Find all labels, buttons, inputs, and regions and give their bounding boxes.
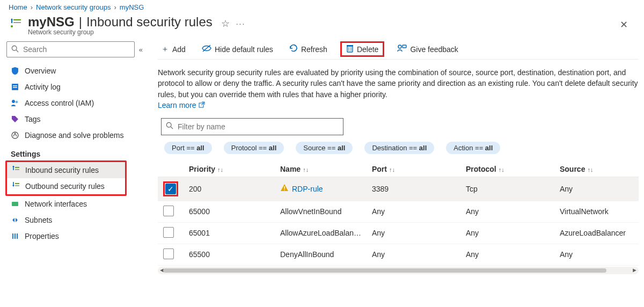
- toolbar-label: Refresh: [301, 45, 327, 54]
- filter-pill-action[interactable]: Action == all: [446, 142, 500, 154]
- breadcrumb: Home › Network security groups › myNSG: [0, 0, 644, 12]
- breadcrumb-level1[interactable]: Network security groups: [36, 3, 111, 11]
- scrollbar-thumb[interactable]: [163, 268, 606, 273]
- svg-rect-1: [13, 22, 21, 23]
- col-source[interactable]: Source↑↓: [554, 162, 639, 177]
- subnets-icon: [11, 216, 19, 224]
- refresh-button[interactable]: Refresh: [286, 42, 331, 56]
- svg-point-2: [11, 25, 13, 27]
- sidebar-item-activity-log[interactable]: Activity log: [6, 79, 143, 95]
- row-checkbox[interactable]: [163, 227, 174, 238]
- row-checkbox[interactable]: ✓: [165, 184, 176, 194]
- nic-icon: [11, 200, 19, 208]
- cell-priority: 65500: [184, 244, 275, 265]
- toolbar: ＋ Add Hide default rules Refresh Delete: [158, 41, 639, 60]
- page-title: myNSG | Inbound security rules: [28, 14, 213, 30]
- cell-priority: 65000: [184, 201, 275, 222]
- learn-more-link[interactable]: Learn more: [158, 101, 639, 109]
- resource-type-subtitle: Network security group: [28, 28, 213, 36]
- sidebar-item-label: Network interfaces: [25, 200, 87, 208]
- filter-pill-port[interactable]: Port == all: [164, 142, 212, 154]
- table-row[interactable]: 65001 AllowAzureLoadBalan… Any Any Azure…: [158, 222, 639, 244]
- horizontal-scrollbar[interactable]: ◄ ►: [158, 267, 639, 274]
- filter-pills: Port == all Protocol == all Source == al…: [158, 142, 639, 154]
- sidebar-item-network-interfaces[interactable]: Network interfaces: [6, 196, 143, 212]
- eye-hide-icon: [202, 45, 211, 54]
- row-checkbox[interactable]: [163, 248, 174, 259]
- sidebar-item-diagnose[interactable]: Diagnose and solve problems: [6, 127, 143, 143]
- main-content: ＋ Add Hide default rules Refresh Delete: [146, 41, 644, 295]
- more-actions-icon[interactable]: ···: [236, 19, 246, 28]
- sidebar-item-tags[interactable]: Tags: [6, 111, 143, 127]
- cell-protocol: Any: [460, 222, 554, 244]
- row-checkbox[interactable]: [163, 206, 174, 216]
- col-protocol[interactable]: Protocol↑↓: [460, 162, 554, 177]
- add-button[interactable]: ＋ Add: [158, 42, 189, 56]
- table-row[interactable]: 65500 DenyAllInBound Any Any Any: [158, 244, 639, 265]
- cell-port: Any: [367, 244, 460, 265]
- sort-arrows-icon: ↑↓: [303, 166, 309, 173]
- scroll-right-icon[interactable]: ►: [631, 267, 639, 273]
- svg-rect-7: [13, 87, 17, 88]
- filter-by-name-box[interactable]: [161, 118, 343, 135]
- hide-default-rules-button[interactable]: Hide default rules: [199, 42, 276, 56]
- sidebar-item-label: Subnets: [25, 216, 52, 224]
- toolbar-label: Hide default rules: [215, 45, 273, 54]
- sidebar-item-label: Activity log: [25, 83, 61, 91]
- sort-arrows-icon: ↑↓: [217, 166, 223, 173]
- rule-name-link[interactable]: RDP-rule: [280, 184, 323, 194]
- sidebar-item-access-control[interactable]: Access control (IAM): [6, 95, 143, 111]
- sidebar-search-box[interactable]: [6, 41, 135, 57]
- sidebar-item-properties[interactable]: Properties: [6, 228, 143, 244]
- cell-name: AllowAzureLoadBalan…: [275, 222, 367, 244]
- cell-protocol: Tcp: [460, 177, 554, 201]
- svg-rect-13: [15, 183, 19, 184]
- sidebar-item-inbound-rules[interactable]: Inbound security rules: [7, 162, 125, 178]
- col-name[interactable]: Name↑↓: [275, 162, 367, 177]
- svg-point-8: [12, 100, 15, 103]
- page-title-text: Inbound security rules: [86, 14, 213, 30]
- highlight-inbound-outbound: Inbound security rules Outbound security…: [5, 160, 127, 196]
- cell-priority: 200: [184, 177, 275, 201]
- svg-line-4: [16, 50, 18, 52]
- toolbar-label: Add: [172, 45, 186, 54]
- close-blade-button[interactable]: ✕: [612, 14, 635, 35]
- svg-rect-21: [347, 45, 353, 46]
- properties-icon: [11, 232, 19, 240]
- sidebar-search-input[interactable]: [22, 45, 130, 54]
- svg-rect-6: [13, 85, 17, 86]
- svg-rect-30: [284, 186, 285, 189]
- svg-line-27: [201, 102, 204, 105]
- breadcrumb-sep: ›: [31, 3, 33, 11]
- cell-priority: 65001: [184, 222, 275, 244]
- sidebar-item-subnets[interactable]: Subnets: [6, 212, 143, 228]
- svg-rect-11: [15, 167, 19, 168]
- svg-point-3: [12, 46, 17, 50]
- external-link-icon: [199, 101, 205, 109]
- filter-pill-source[interactable]: Source == all: [296, 142, 353, 154]
- svg-rect-17: [14, 233, 16, 239]
- sidebar-item-label: Inbound security rules: [25, 166, 99, 174]
- svg-rect-12: [15, 169, 19, 170]
- sidebar-item-overview[interactable]: Overview: [6, 63, 143, 79]
- favorite-star-icon[interactable]: ☆: [221, 18, 230, 30]
- sidebar-item-outbound-rules[interactable]: Outbound security rules: [7, 178, 125, 194]
- breadcrumb-level2[interactable]: myNSG: [120, 3, 144, 11]
- cell-protocol: Any: [460, 201, 554, 222]
- filter-pill-destination[interactable]: Destination == all: [364, 142, 434, 154]
- col-port[interactable]: Port↑↓: [367, 162, 460, 177]
- table-row[interactable]: 65000 AllowVnetInBound Any Any VirtualNe…: [158, 201, 639, 222]
- cell-source: Any: [554, 244, 639, 265]
- give-feedback-button[interactable]: Give feedback: [394, 42, 462, 56]
- search-icon: [11, 45, 19, 54]
- breadcrumb-home[interactable]: Home: [9, 3, 27, 11]
- delete-button[interactable]: Delete: [340, 41, 384, 57]
- svg-rect-0: [13, 19, 21, 20]
- table-row[interactable]: ✓ 200 RDP-rule 3389 Tcp Any: [158, 177, 639, 201]
- col-priority[interactable]: Priority↑↓: [184, 162, 275, 177]
- collapse-sidebar-icon[interactable]: «: [139, 46, 143, 54]
- filter-by-name-input[interactable]: [177, 122, 339, 131]
- filter-pill-protocol[interactable]: Protocol == all: [224, 142, 284, 154]
- resource-name: myNSG: [28, 14, 75, 30]
- svg-point-28: [166, 123, 171, 128]
